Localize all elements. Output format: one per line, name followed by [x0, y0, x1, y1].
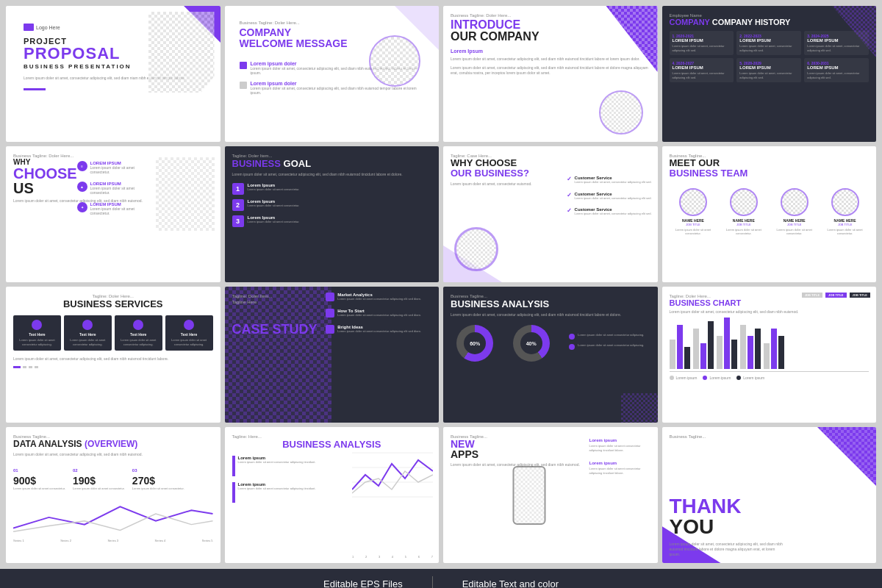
- team-role-2: JOB TITLE: [736, 223, 751, 226]
- stat-2: 02 190$ Lorem ipsum doler sit amet conse…: [73, 462, 125, 491]
- bar-chart: [670, 320, 870, 372]
- item-content-2: Lorem ipsum Lorem ipsum doler sit amet c…: [238, 482, 316, 491]
- h-text: Lorem ipsum doler sit amet, consectetur …: [739, 71, 798, 79]
- body-text: Lorem ipsum doler sit amet, consectetur …: [13, 452, 213, 457]
- team-bio-1: Lorem ipsum doler sit amet consectetur.: [670, 228, 717, 236]
- top-label-1: JOB TITLE: [802, 293, 822, 298]
- legend-dot-1: [670, 376, 674, 380]
- phone-mockup: [512, 466, 545, 525]
- team-avatar-2: [730, 188, 758, 216]
- slide-project-proposal: Logo Here PROJECT PROPOSAL BUSINESS PRES…: [6, 6, 220, 142]
- history-item-2: 2. 2022-2023 LOREM IPSUM Lorem ipsum dol…: [736, 31, 801, 55]
- slide-new-apps: Business Tagline... NEW APPS Lorem ipsum…: [443, 427, 658, 563]
- chart-axis: 1 2 3 4 5 6 7: [352, 555, 433, 559]
- chart-dot-2: [569, 344, 575, 350]
- body-text: Lorem ipsum doler sit amet, consectetur …: [670, 542, 787, 557]
- team-role-1: JOB TITLE: [686, 223, 700, 226]
- check-2: ✓ Customer Service Lorem ipsum doler sit…: [567, 192, 652, 201]
- service-title-1: Text Here: [16, 332, 58, 337]
- history-grid: 1. 2020-2021 LOREM IPSUM Lorem ipsum dol…: [670, 31, 870, 82]
- stat-1: 01 900$ Lorem ipsum doler sit amet conse…: [13, 462, 65, 491]
- service-icon-3: [133, 320, 143, 330]
- body-text: Lorem ipsum doler sit amet, consectetur …: [451, 312, 650, 318]
- legend-row: Lorem ipsum Lorem ipsum Lorem ipsum: [670, 376, 870, 380]
- title-data: DATA ANALYSIS: [13, 439, 82, 449]
- title: BUSINESS ANALYSIS: [451, 298, 650, 309]
- logo-text: Logo Here: [36, 25, 60, 30]
- h-label: LOREM IPSUM: [739, 65, 798, 70]
- case-body-2: Lorem ipsum doler sit amet consectetur a…: [337, 313, 421, 318]
- features-list: ≡ LOREM IPSUM Lorem ipsum doler sit amet…: [77, 161, 151, 223]
- chart-item-2: Lorem ipsum doler sit amet consectetur a…: [569, 343, 644, 350]
- history-item-4: 4. 2026-2027 LOREM IPSUM Lorem ipsum dol…: [670, 58, 734, 82]
- check-body-1: Lorem ipsum doler sit amet, consectetur …: [575, 180, 652, 184]
- item-text-2: Lorem ipsum doler sit amet, consectetur …: [251, 86, 425, 95]
- analysis-chart-svg: [352, 445, 433, 504]
- slide-case-study: Tagline: Doler Item... Tagline Here CASE…: [225, 287, 440, 423]
- top-labels: JOB TITLE JOB TITLE JOB TITLE: [802, 293, 870, 298]
- legend-dot-2: [703, 376, 707, 380]
- bar-group-4: [740, 325, 761, 369]
- donut-label-1: 60%: [470, 341, 480, 346]
- axis-5: 5: [405, 555, 406, 559]
- stat-val-1: 900$: [13, 475, 65, 487]
- feature-body-3: Lorem ipsum doler sit amet consectetur.: [90, 207, 151, 215]
- logo-box: [24, 24, 34, 31]
- checker-bottom: [621, 393, 658, 423]
- h-label: LOREM IPSUM: [807, 38, 866, 43]
- bar-group-1: [670, 325, 690, 369]
- chart-text-2: Lorem ipsum doler sit amet consectetur a…: [578, 343, 644, 347]
- checkmark-1: ✓: [567, 176, 572, 182]
- case-content-2: How To Start Lorem ipsum doler sit amet …: [337, 309, 421, 318]
- item-body-2: Lorem ipsum doler sit amet consectetur a…: [238, 487, 316, 491]
- goals-list: 1 Lorem Ipsum Lorem ipsum doler sit amet…: [232, 183, 432, 227]
- right-label-2: Lorem ipsum: [589, 461, 652, 465]
- check-3: ✓ Customer Service Lorem ipsum doler sit…: [567, 207, 652, 216]
- slide-why-business: Tagline: Case Here... WHY CHOOSE OUR BUS…: [443, 146, 658, 282]
- legend-label-3: Lorem ipsum: [743, 376, 764, 380]
- axis-7: 7: [431, 555, 433, 559]
- footer-right: Editable Text and color: [462, 578, 559, 589]
- chart-labels: Series 1 Series 2 Series 3 Series 4 Seri…: [13, 539, 213, 542]
- stat-val-2: 190$: [73, 475, 125, 487]
- chart-item-1: Lorem ipsum doler sit amet consectetur a…: [569, 333, 644, 340]
- h-label: LOREM IPSUM: [739, 38, 798, 43]
- case-items: Market Analytics Lorem ipsum doler sit a…: [326, 293, 433, 341]
- stat-num-3: 03: [132, 468, 137, 473]
- feature-body-1: Lorem ipsum doler sit amet consectetur.: [90, 165, 151, 174]
- checker-image: [148, 12, 215, 93]
- bar-gray-2: [693, 329, 699, 369]
- slide-business-analysis-dark: Business Tagline... BUSINESS ANALYSIS Lo…: [443, 287, 658, 423]
- slide-thank-you: Business Tagline... THANK YOU Lorem ipsu…: [662, 427, 877, 563]
- bar-purple-4: [747, 336, 753, 369]
- team-avatar-1: [679, 188, 707, 216]
- bar-gray-1: [670, 340, 675, 369]
- donut-chart-1: 60%: [456, 325, 493, 362]
- title-company: COMPANY: [240, 26, 292, 38]
- bar-group-5: [764, 329, 784, 369]
- h-text: Lorem ipsum doler sit amet, consectetur …: [673, 71, 731, 79]
- history-item-5: 5. 2028-2029 LOREM IPSUM Lorem ipsum dol…: [736, 58, 801, 82]
- h-label: LOREM IPSUM: [673, 65, 731, 70]
- service-body-4: Lorem ipsum doler sit amet consectetur a…: [168, 338, 210, 346]
- slide-history: Employee Name COMPANY COMPANY HISTORY 1.…: [662, 6, 877, 142]
- legend-dot-3: [736, 376, 741, 380]
- stat-val-3: 270$: [132, 475, 184, 487]
- top-tag: Business Tagline: Doler Here...: [240, 21, 425, 25]
- right-body-2: Lorem ipsum doler sit amet consectetur a…: [589, 467, 652, 475]
- feature-icon-3: ✦: [77, 202, 87, 212]
- team-member-4: NAME HERE JOB TITLE Lorem ipsum doler si…: [821, 188, 869, 236]
- stat-body-2: Lorem ipsum doler sit amet consectetur.: [73, 487, 125, 491]
- label-5: Series 5: [202, 539, 213, 542]
- legend-label-1: Lorem ipsum: [676, 376, 698, 380]
- goal-num-1: 1: [232, 183, 244, 195]
- item-content-1: Lorem ipsum Lorem ipsum doler sit amet c…: [238, 456, 316, 465]
- h-text: Lorem ipsum doler sit amet, consectetur …: [807, 71, 866, 79]
- h-text: Lorem ipsum doler sit amet, consectetur …: [739, 44, 798, 52]
- case-item-2: How To Start Lorem ipsum doler sit amet …: [326, 309, 433, 318]
- body-text: Lorem ipsum doler sit amet, consectetur …: [232, 172, 432, 177]
- circle-image: [369, 35, 420, 87]
- title-goal: GOAL: [284, 158, 312, 169]
- axis-3: 3: [379, 555, 380, 559]
- team-member-1: NAME HERE JOB TITLE Lorem ipsum doler si…: [670, 188, 717, 236]
